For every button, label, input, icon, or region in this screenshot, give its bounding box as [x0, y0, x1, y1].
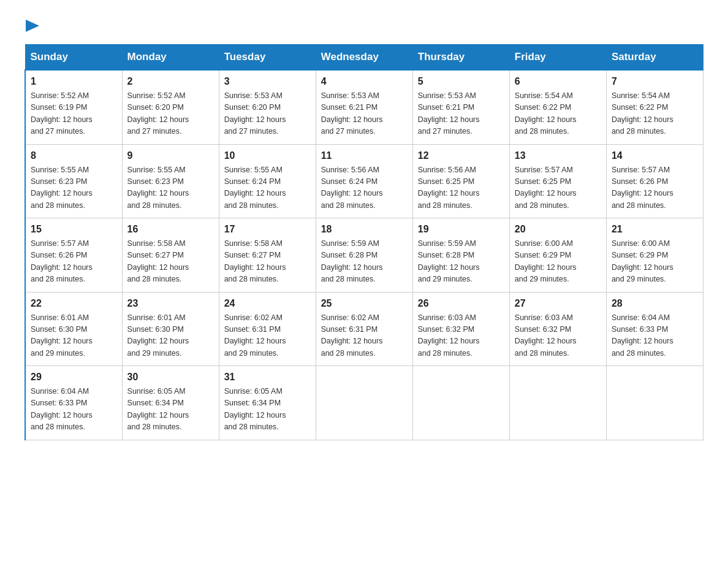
day-info: Sunrise: 5:55 AMSunset: 6:24 PMDaylight:… [224, 166, 286, 210]
day-number: 3 [224, 74, 311, 89]
day-info: Sunrise: 6:01 AMSunset: 6:30 PMDaylight:… [31, 313, 93, 358]
calendar-cell: 1 Sunrise: 5:52 AMSunset: 6:19 PMDayligh… [25, 70, 122, 144]
day-info: Sunrise: 5:55 AMSunset: 6:23 PMDaylight:… [127, 166, 189, 210]
calendar-cell: 2 Sunrise: 5:52 AMSunset: 6:20 PMDayligh… [122, 70, 219, 144]
day-info: Sunrise: 5:57 AMSunset: 6:25 PMDaylight:… [515, 166, 577, 210]
calendar-cell: 25 Sunrise: 6:02 AMSunset: 6:31 PMDaylig… [316, 292, 412, 366]
page-header [25, 18, 703, 32]
calendar-cell: 31 Sunrise: 6:05 AMSunset: 6:34 PMDaylig… [219, 366, 316, 440]
calendar-cell: 11 Sunrise: 5:56 AMSunset: 6:24 PMDaylig… [316, 144, 412, 218]
calendar-cell: 4 Sunrise: 5:53 AMSunset: 6:21 PMDayligh… [316, 70, 412, 144]
calendar-cell: 26 Sunrise: 6:03 AMSunset: 6:32 PMDaylig… [412, 292, 509, 366]
day-info: Sunrise: 5:57 AMSunset: 6:26 PMDaylight:… [612, 166, 673, 210]
day-info: Sunrise: 5:52 AMSunset: 6:19 PMDaylight:… [31, 91, 93, 136]
day-number: 17 [224, 222, 311, 237]
calendar-cell: 17 Sunrise: 5:58 AMSunset: 6:27 PMDaylig… [219, 218, 316, 293]
header-friday: Friday [509, 45, 606, 71]
day-info: Sunrise: 5:55 AMSunset: 6:23 PMDaylight:… [31, 166, 93, 210]
day-info: Sunrise: 6:02 AMSunset: 6:31 PMDaylight:… [224, 313, 286, 358]
day-info: Sunrise: 6:02 AMSunset: 6:31 PMDaylight:… [321, 313, 383, 358]
day-info: Sunrise: 6:05 AMSunset: 6:34 PMDaylight:… [224, 387, 286, 431]
day-info: Sunrise: 5:53 AMSunset: 6:21 PMDaylight:… [321, 91, 383, 136]
day-info: Sunrise: 6:00 AMSunset: 6:29 PMDaylight:… [515, 239, 577, 283]
day-info: Sunrise: 5:53 AMSunset: 6:21 PMDaylight:… [418, 91, 480, 136]
day-number: 7 [612, 74, 698, 89]
day-number: 26 [418, 296, 504, 311]
day-info: Sunrise: 6:03 AMSunset: 6:32 PMDaylight:… [515, 313, 577, 358]
day-info: Sunrise: 5:54 AMSunset: 6:22 PMDaylight:… [515, 91, 577, 136]
day-number: 28 [612, 296, 698, 311]
calendar-header: SundayMondayTuesdayWednesdayThursdayFrid… [25, 45, 703, 71]
day-number: 11 [321, 148, 408, 163]
day-number: 20 [515, 222, 601, 237]
calendar-week-3: 15 Sunrise: 5:57 AMSunset: 6:26 PMDaylig… [25, 218, 703, 293]
header-saturday: Saturday [606, 45, 703, 71]
day-number: 12 [418, 148, 504, 163]
calendar-cell: 15 Sunrise: 5:57 AMSunset: 6:26 PMDaylig… [25, 218, 122, 293]
calendar-cell: 10 Sunrise: 5:55 AMSunset: 6:24 PMDaylig… [219, 144, 316, 218]
header-row: SundayMondayTuesdayWednesdayThursdayFrid… [25, 45, 703, 71]
day-number: 5 [418, 74, 504, 89]
calendar-cell: 23 Sunrise: 6:01 AMSunset: 6:30 PMDaylig… [122, 292, 219, 366]
calendar-cell: 16 Sunrise: 5:58 AMSunset: 6:27 PMDaylig… [122, 218, 219, 293]
day-number: 25 [321, 296, 408, 311]
calendar-cell: 6 Sunrise: 5:54 AMSunset: 6:22 PMDayligh… [509, 70, 606, 144]
day-number: 31 [224, 370, 311, 385]
calendar-cell: 12 Sunrise: 5:56 AMSunset: 6:25 PMDaylig… [412, 144, 509, 218]
day-number: 4 [321, 74, 408, 89]
calendar-cell [316, 366, 412, 440]
calendar-cell: 20 Sunrise: 6:00 AMSunset: 6:29 PMDaylig… [509, 218, 606, 293]
calendar-cell: 22 Sunrise: 6:01 AMSunset: 6:30 PMDaylig… [25, 292, 122, 366]
calendar-cell: 28 Sunrise: 6:04 AMSunset: 6:33 PMDaylig… [606, 292, 703, 366]
day-info: Sunrise: 5:58 AMSunset: 6:27 PMDaylight:… [224, 239, 286, 283]
day-info: Sunrise: 5:58 AMSunset: 6:27 PMDaylight:… [127, 239, 189, 283]
day-info: Sunrise: 5:54 AMSunset: 6:22 PMDaylight:… [612, 91, 673, 136]
header-thursday: Thursday [412, 45, 509, 71]
day-info: Sunrise: 6:05 AMSunset: 6:34 PMDaylight:… [127, 387, 189, 431]
logo [25, 18, 39, 32]
day-info: Sunrise: 5:52 AMSunset: 6:20 PMDaylight:… [127, 91, 189, 136]
calendar-cell: 18 Sunrise: 5:59 AMSunset: 6:28 PMDaylig… [316, 218, 412, 293]
calendar-cell: 29 Sunrise: 6:04 AMSunset: 6:33 PMDaylig… [25, 366, 122, 440]
day-info: Sunrise: 5:53 AMSunset: 6:20 PMDaylight:… [224, 91, 286, 136]
day-number: 6 [515, 74, 601, 89]
calendar-table: SundayMondayTuesdayWednesdayThursdayFrid… [25, 44, 703, 440]
day-number: 13 [515, 148, 601, 163]
calendar-week-2: 8 Sunrise: 5:55 AMSunset: 6:23 PMDayligh… [25, 144, 703, 218]
day-number: 29 [31, 370, 117, 385]
day-info: Sunrise: 6:00 AMSunset: 6:29 PMDaylight:… [612, 239, 673, 283]
calendar-cell [412, 366, 509, 440]
header-tuesday: Tuesday [219, 45, 316, 71]
day-number: 22 [31, 296, 117, 311]
day-number: 18 [321, 222, 408, 237]
header-monday: Monday [122, 45, 219, 71]
day-info: Sunrise: 5:59 AMSunset: 6:28 PMDaylight:… [321, 239, 383, 283]
header-wednesday: Wednesday [316, 45, 412, 71]
day-info: Sunrise: 6:04 AMSunset: 6:33 PMDaylight:… [612, 313, 673, 358]
calendar-week-5: 29 Sunrise: 6:04 AMSunset: 6:33 PMDaylig… [25, 366, 703, 440]
day-number: 15 [31, 222, 117, 237]
day-number: 16 [127, 222, 214, 237]
day-number: 9 [127, 148, 214, 163]
svg-marker-0 [26, 20, 39, 32]
calendar-cell: 13 Sunrise: 5:57 AMSunset: 6:25 PMDaylig… [509, 144, 606, 218]
day-info: Sunrise: 6:04 AMSunset: 6:33 PMDaylight:… [31, 387, 93, 431]
day-number: 27 [515, 296, 601, 311]
calendar-cell: 21 Sunrise: 6:00 AMSunset: 6:29 PMDaylig… [606, 218, 703, 293]
calendar-cell [509, 366, 606, 440]
day-number: 1 [31, 74, 117, 89]
day-info: Sunrise: 5:56 AMSunset: 6:25 PMDaylight:… [418, 166, 480, 210]
calendar-cell: 19 Sunrise: 5:59 AMSunset: 6:28 PMDaylig… [412, 218, 509, 293]
calendar-body: 1 Sunrise: 5:52 AMSunset: 6:19 PMDayligh… [25, 70, 703, 440]
calendar-cell [606, 366, 703, 440]
day-info: Sunrise: 5:56 AMSunset: 6:24 PMDaylight:… [321, 166, 383, 210]
calendar-cell: 5 Sunrise: 5:53 AMSunset: 6:21 PMDayligh… [412, 70, 509, 144]
calendar-cell: 24 Sunrise: 6:02 AMSunset: 6:31 PMDaylig… [219, 292, 316, 366]
day-number: 10 [224, 148, 311, 163]
day-number: 30 [127, 370, 214, 385]
calendar-cell: 7 Sunrise: 5:54 AMSunset: 6:22 PMDayligh… [606, 70, 703, 144]
calendar-cell: 30 Sunrise: 6:05 AMSunset: 6:34 PMDaylig… [122, 366, 219, 440]
calendar-cell: 27 Sunrise: 6:03 AMSunset: 6:32 PMDaylig… [509, 292, 606, 366]
day-number: 14 [612, 148, 698, 163]
day-number: 21 [612, 222, 698, 237]
